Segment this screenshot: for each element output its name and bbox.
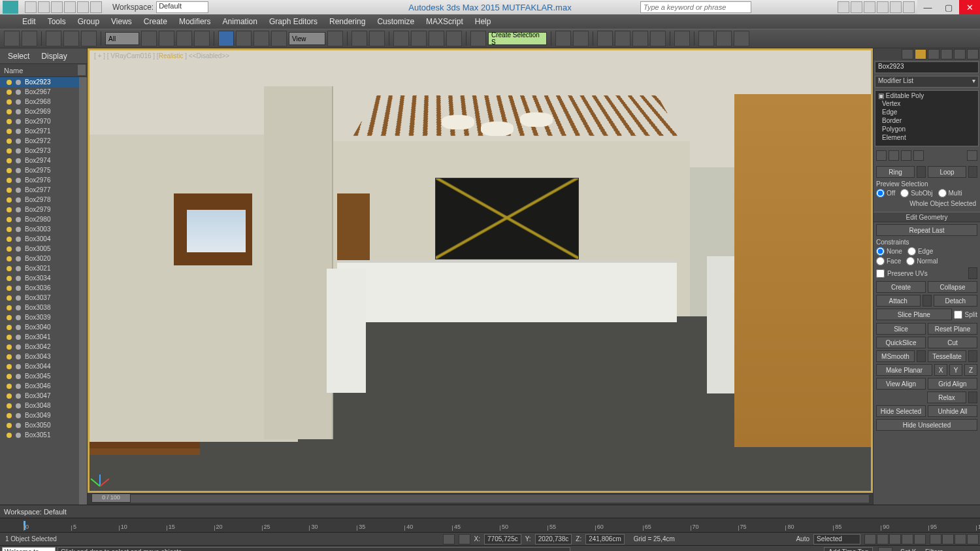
- object-item[interactable]: Box2971: [0, 126, 87, 136]
- qat-save-icon[interactable]: [51, 1, 63, 13]
- object-item[interactable]: Box3044: [0, 361, 87, 371]
- menu-customize[interactable]: Customize: [377, 17, 414, 26]
- object-item[interactable]: Box3039: [0, 312, 87, 322]
- spinner-snap-icon[interactable]: [446, 31, 462, 46]
- quickslice-button[interactable]: QuickSlice: [876, 337, 926, 348]
- object-item[interactable]: Box2976: [0, 175, 87, 185]
- modifier-stack[interactable]: ▣ Editable Poly Vertex Edge Border Polyg…: [875, 90, 979, 146]
- qat-undo-icon[interactable]: [64, 1, 76, 13]
- object-item[interactable]: Box3046: [0, 381, 87, 391]
- unique-icon[interactable]: [901, 150, 911, 161]
- object-item[interactable]: Box3034: [0, 273, 87, 283]
- object-item[interactable]: Box2969: [0, 107, 87, 116]
- scene-explorer-icon[interactable]: [615, 31, 630, 46]
- curve-editor-icon[interactable]: [632, 31, 648, 46]
- community-icon[interactable]: [890, 1, 902, 13]
- named-selection-dropdown[interactable]: Create Selection S: [488, 32, 547, 45]
- menu-edit[interactable]: Edit: [22, 17, 36, 26]
- select-region-icon[interactable]: [176, 31, 192, 46]
- isolate-icon[interactable]: [459, 534, 470, 544]
- menu-help[interactable]: Help: [475, 17, 491, 26]
- named-sel-edit-icon[interactable]: [470, 31, 486, 46]
- radio-subobj[interactable]: SubObj: [900, 189, 932, 197]
- stack-edge[interactable]: Edge: [882, 108, 975, 116]
- viewport[interactable]: [ + ] [ VRayCam016 ] [Realistic ] <<Disa…: [88, 48, 873, 505]
- menu-views[interactable]: Views: [111, 17, 132, 26]
- workspace-dropdown[interactable]: Default: [156, 1, 208, 13]
- attach-list-icon[interactable]: [923, 295, 932, 307]
- object-item[interactable]: Box3040: [0, 322, 87, 332]
- repeat-last-button[interactable]: Repeat Last: [876, 224, 977, 236]
- object-item[interactable]: Box3049: [0, 410, 87, 420]
- object-item[interactable]: Box3041: [0, 332, 87, 342]
- pin-stack-icon[interactable]: [876, 150, 887, 161]
- render-icon[interactable]: [734, 31, 749, 46]
- loop-spinner[interactable]: [968, 166, 977, 178]
- object-item[interactable]: Box3020: [0, 254, 87, 263]
- window-crossing-icon[interactable]: [194, 31, 210, 46]
- qat-new-icon[interactable]: [25, 1, 37, 13]
- zoom-extents-icon[interactable]: [955, 534, 966, 544]
- menu-grapheditors[interactable]: Graph Editors: [269, 17, 318, 26]
- autokey-label[interactable]: Auto: [796, 535, 809, 543]
- hide-unselected-button[interactable]: Hide Unselected: [876, 419, 977, 431]
- object-item[interactable]: Box2975: [0, 165, 87, 175]
- object-item[interactable]: Box3043: [0, 352, 87, 361]
- help-icon[interactable]: [903, 1, 915, 13]
- signin-icon[interactable]: [838, 1, 849, 13]
- x-coord-field[interactable]: 7705,725c: [484, 534, 521, 544]
- viewport-canvas[interactable]: [ + ] [ VRayCam016 ] [Realistic ] <<Disa…: [88, 48, 873, 493]
- object-item[interactable]: Box3021: [0, 263, 87, 273]
- time-slider-knob[interactable]: 0 / 100: [91, 493, 131, 503]
- tessellate-button[interactable]: Tessellate: [928, 350, 966, 362]
- schematic-icon[interactable]: [650, 31, 666, 46]
- ref-coord-dropdown[interactable]: View: [289, 32, 325, 45]
- prev-frame-icon[interactable]: [877, 534, 889, 544]
- object-item[interactable]: Box3051: [0, 430, 87, 440]
- object-item[interactable]: Box3047: [0, 391, 87, 401]
- slice-plane-button[interactable]: Slice Plane: [876, 309, 952, 320]
- radio-off[interactable]: Off: [876, 189, 895, 197]
- view-align-button[interactable]: View Align: [876, 378, 926, 390]
- menu-tools[interactable]: Tools: [48, 17, 66, 26]
- tab-display-icon[interactable]: [954, 49, 966, 59]
- placement-icon[interactable]: [271, 31, 287, 46]
- stack-element[interactable]: Element: [882, 133, 975, 142]
- object-item[interactable]: Box2972: [0, 136, 87, 146]
- object-item[interactable]: Box2974: [0, 156, 87, 165]
- constraint-face[interactable]: Face: [876, 257, 901, 265]
- make-planar-button[interactable]: Make Planar: [876, 364, 932, 376]
- keyboard-icon[interactable]: [369, 31, 385, 46]
- object-item[interactable]: Box2973: [0, 146, 87, 156]
- pivot-icon[interactable]: [327, 31, 343, 46]
- detach-button[interactable]: Detach: [934, 295, 978, 307]
- hide-selected-button[interactable]: Hide Selected: [876, 405, 926, 417]
- loop-button[interactable]: Loop: [928, 166, 966, 178]
- snap-toggle-icon[interactable]: [393, 31, 409, 46]
- object-item[interactable]: Box3048: [0, 401, 87, 410]
- tessellate-settings[interactable]: [968, 350, 977, 362]
- object-item[interactable]: Box2923: [0, 77, 87, 87]
- object-item[interactable]: Box2980: [0, 214, 87, 224]
- remove-mod-icon[interactable]: [913, 150, 924, 161]
- tab-motion-icon[interactable]: [941, 49, 953, 59]
- manipulate-icon[interactable]: [351, 31, 367, 46]
- selection-filter-dropdown[interactable]: All: [105, 32, 139, 45]
- qat-redo-icon[interactable]: [77, 1, 89, 13]
- show-end-icon[interactable]: [889, 150, 899, 161]
- object-item[interactable]: Box2967: [0, 87, 87, 97]
- modifier-list-dropdown[interactable]: Modifier List▾: [875, 76, 979, 88]
- planar-x[interactable]: X: [934, 364, 947, 376]
- key-filters-dropdown[interactable]: Filters...: [925, 548, 967, 551]
- time-slider[interactable]: 0 / 100: [88, 493, 873, 505]
- maxscript-listener[interactable]: [2, 547, 56, 552]
- collapse-button[interactable]: Collapse: [928, 281, 977, 293]
- menu-create[interactable]: Create: [144, 17, 167, 26]
- stack-vertex[interactable]: Vertex: [882, 99, 975, 108]
- fov-icon[interactable]: [967, 534, 979, 544]
- setkey-label[interactable]: Set K..: [900, 548, 920, 551]
- msmooth-settings[interactable]: [917, 350, 926, 362]
- object-item[interactable]: Box3037: [0, 293, 87, 303]
- constraint-normal[interactable]: Normal: [906, 257, 938, 265]
- move-icon[interactable]: [218, 31, 234, 46]
